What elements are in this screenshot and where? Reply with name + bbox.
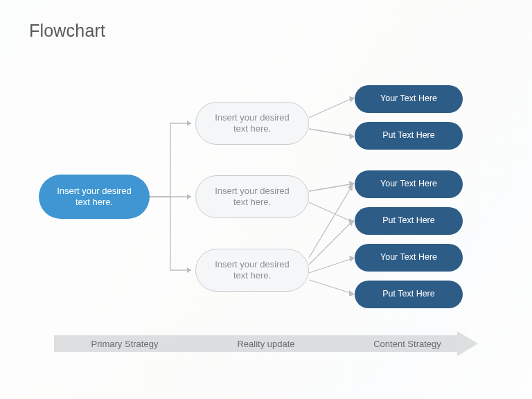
svg-line-15 — [309, 259, 351, 273]
svg-marker-4 — [349, 96, 355, 103]
svg-marker-6 — [349, 133, 355, 139]
leaf-node-3: Your Text Here — [355, 170, 463, 198]
mid-node-3: Insert your desired text here. — [195, 249, 309, 292]
svg-line-13 — [309, 223, 351, 265]
timeline-label-1: Primary Strategy — [54, 339, 195, 349]
svg-line-9 — [309, 202, 351, 221]
svg-marker-12 — [348, 184, 353, 191]
timeline-arrow: Primary Strategy Reality update Content … — [54, 331, 478, 356]
leaf-node-4: Put Text Here — [355, 207, 463, 235]
slide: Flowchart Insert your desired text here.… — [0, 0, 532, 399]
svg-marker-1 — [187, 194, 191, 200]
svg-line-11 — [309, 188, 351, 258]
slide-title: Flowchart — [29, 21, 105, 41]
root-node: Insert your desired text here. — [39, 175, 150, 219]
svg-marker-8 — [349, 181, 355, 187]
svg-marker-16 — [349, 256, 355, 262]
leaf-node-5: Your Text Here — [355, 244, 463, 272]
svg-line-17 — [309, 280, 351, 293]
svg-line-7 — [309, 184, 351, 191]
timeline-labels: Primary Strategy Reality update Content … — [54, 331, 478, 356]
timeline-label-2: Reality update — [195, 339, 337, 349]
mid-node-1: Insert your desired text here. — [195, 102, 309, 145]
svg-line-3 — [309, 99, 351, 118]
svg-marker-18 — [349, 290, 355, 296]
svg-marker-0 — [187, 121, 191, 126]
svg-marker-2 — [187, 267, 191, 273]
svg-marker-14 — [348, 220, 354, 227]
leaf-node-2: Put Text Here — [355, 122, 463, 150]
leaf-node-1: Your Text Here — [355, 85, 463, 113]
leaf-node-6: Put Text Here — [355, 281, 463, 308]
svg-line-5 — [309, 129, 351, 136]
timeline-label-3: Content Strategy — [337, 339, 478, 349]
mid-node-2: Insert your desired text here. — [195, 175, 309, 218]
svg-marker-10 — [349, 218, 355, 224]
